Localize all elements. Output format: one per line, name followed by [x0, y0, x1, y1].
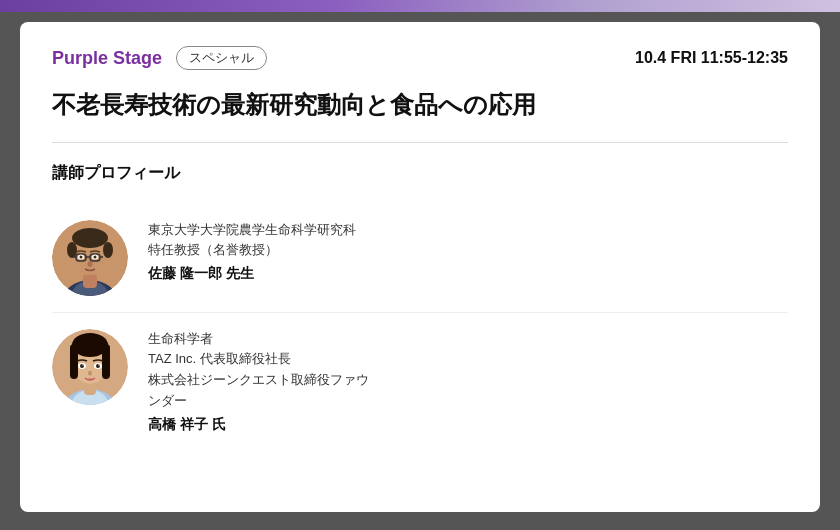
session-card: Purple Stage スペシャル 10.4 FRI 11:55-12:35 … [20, 22, 820, 512]
special-badge: スペシャル [176, 46, 267, 70]
avatar [52, 220, 128, 296]
svg-point-17 [88, 261, 93, 267]
datetime: 10.4 FRI 11:55-12:35 [635, 49, 788, 67]
svg-rect-21 [84, 383, 96, 395]
svg-point-7 [103, 242, 113, 258]
divider [52, 142, 788, 143]
speaker-item: 生命科学者 TAZ Inc. 代表取締役社長 株式会社ジーンクエスト取締役ファウ… [52, 313, 788, 450]
speaker-info: 東京大学大学院農学生命科学研究科 特任教授（名誉教授） 佐藤 隆一郎 先生 [148, 220, 788, 284]
card-header: Purple Stage スペシャル 10.4 FRI 11:55-12:35 [52, 46, 788, 70]
stage-label: Purple Stage [52, 48, 162, 69]
svg-rect-3 [83, 274, 97, 288]
session-title: 不老長寿技術の最新研究動向と食品への応用 [52, 88, 788, 122]
svg-rect-24 [70, 344, 78, 379]
svg-point-31 [98, 364, 99, 365]
svg-point-5 [72, 228, 108, 248]
speaker-item: 東京大学大学院農学生命科学研究科 特任教授（名誉教授） 佐藤 隆一郎 先生 [52, 204, 788, 313]
svg-point-30 [82, 364, 83, 365]
speaker-org-1: 東京大学大学院農学生命科学研究科 特任教授（名誉教授） [148, 220, 788, 262]
svg-rect-25 [102, 344, 110, 379]
speaker-org-2: 生命科学者 TAZ Inc. 代表取締役社長 株式会社ジーンクエスト取締役ファウ… [148, 329, 788, 412]
speaker-info: 生命科学者 TAZ Inc. 代表取締役社長 株式会社ジーンクエスト取締役ファウ… [148, 329, 788, 434]
speaker-name-2: 高橋 祥子 氏 [148, 416, 788, 434]
speakers-list: 東京大学大学院農学生命科学研究科 特任教授（名誉教授） 佐藤 隆一郎 先生 [52, 204, 788, 450]
svg-point-16 [94, 255, 97, 258]
speaker-name-1: 佐藤 隆一郎 先生 [148, 265, 788, 283]
svg-point-15 [80, 255, 83, 258]
speakers-section-title: 講師プロフィール [52, 163, 788, 184]
header-left: Purple Stage スペシャル [52, 46, 267, 70]
top-bar [0, 0, 840, 12]
avatar [52, 329, 128, 405]
svg-point-32 [88, 370, 92, 375]
